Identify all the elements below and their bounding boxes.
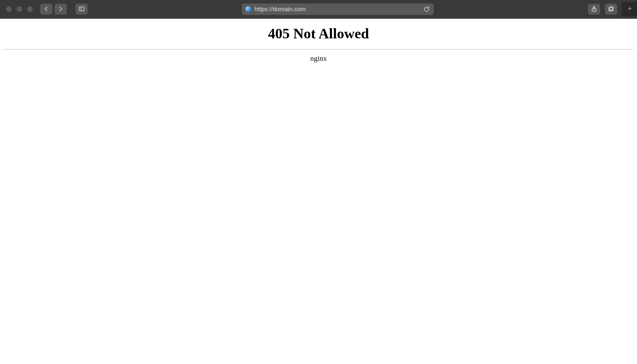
sidebar-icon [78,6,85,13]
chevron-left-icon [43,6,50,13]
toolbar-right-group [588,2,633,16]
browser-toolbar: https://domain.com [0,0,637,19]
window-controls [4,6,35,12]
back-button[interactable] [40,4,52,15]
forward-button[interactable] [54,4,67,15]
address-bar-url: https://domain.com [255,6,306,13]
new-tab-button[interactable] [622,2,637,16]
share-button[interactable] [588,4,600,15]
chevron-right-icon [57,6,64,13]
reload-button[interactable] [423,6,430,13]
page-viewport: 405 Not Allowed nginx [0,19,637,364]
plus-icon [627,6,633,13]
globe-icon [245,6,251,12]
share-icon [591,6,597,13]
error-heading: 405 Not Allowed [4,25,633,42]
nav-buttons [40,4,67,15]
close-window-icon[interactable] [6,6,12,12]
minimize-window-icon[interactable] [16,6,22,12]
tabs-icon [608,6,614,13]
server-name: nginx [4,54,633,63]
maximize-window-icon[interactable] [27,6,33,12]
divider [4,49,633,50]
sidebar-toggle-button[interactable] [75,4,88,15]
tabs-overview-button[interactable] [605,4,617,15]
address-bar[interactable]: https://domain.com [242,3,434,15]
svg-rect-0 [79,7,84,11]
